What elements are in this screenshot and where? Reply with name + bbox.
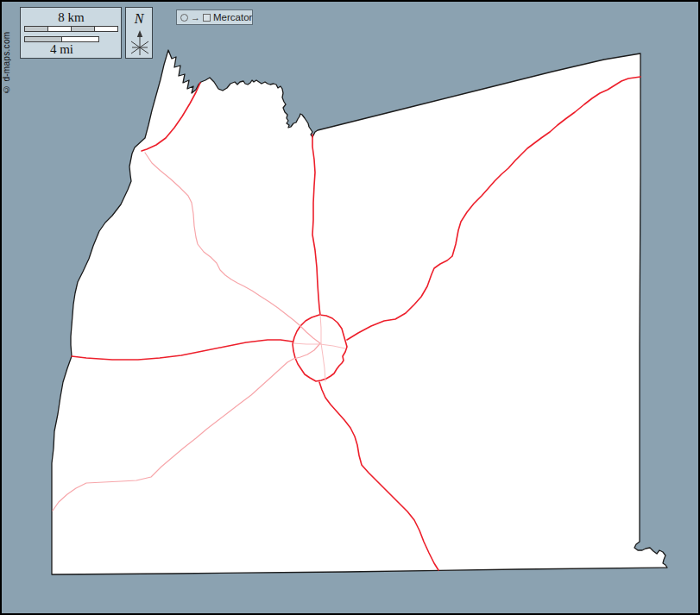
- scale-bar-segment: [62, 37, 98, 41]
- scale-bar-segment: [95, 27, 117, 31]
- north-arrow-icon: [126, 29, 154, 58]
- scale-bar-segment: [72, 27, 95, 31]
- compass-n-label: N: [126, 11, 152, 27]
- projection-label: Mercator: [213, 13, 252, 22]
- copyright-watermark: © d-maps.com: [2, 8, 11, 94]
- scale-bar: 8 km 4 mi: [20, 7, 122, 59]
- land-outline: [52, 50, 667, 574]
- scale-km-label: 8 km: [25, 11, 117, 24]
- circle-icon: [180, 14, 188, 22]
- map-canvas: © d-maps.com 8 km 4 mi N → Mercator: [0, 0, 700, 615]
- compass: N: [125, 7, 153, 59]
- arrow-right-icon: →: [191, 13, 200, 22]
- square-icon: [203, 14, 211, 22]
- scale-mi-label: 4 mi: [25, 43, 98, 56]
- outline-map: [0, 0, 700, 615]
- projection-badge: → Mercator: [176, 9, 253, 25]
- scale-bar-segment: [48, 27, 72, 31]
- scale-bar-segment: [25, 27, 48, 31]
- scale-bar-segment: [25, 37, 62, 41]
- scale-mi-bar: [24, 36, 99, 42]
- scale-km-bar: [24, 26, 118, 32]
